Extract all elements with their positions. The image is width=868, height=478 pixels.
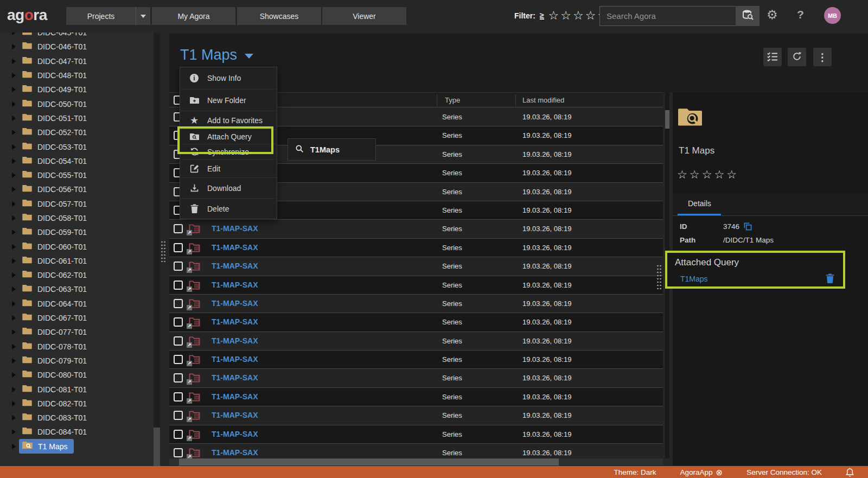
projects-dropdown-button[interactable] (136, 7, 150, 25)
row-checkbox[interactable] (174, 281, 183, 290)
help-icon[interactable]: ? (797, 8, 804, 21)
sidebar-folder-item[interactable]: DIDC-047-T01 (0, 54, 154, 68)
row-checkbox[interactable] (174, 224, 183, 233)
row-checkbox[interactable] (174, 392, 183, 401)
expand-triangle-icon[interactable] (12, 444, 16, 449)
sidebar-folder-item[interactable]: DIDC-048-T01 (0, 68, 154, 82)
sidebar-folder-item[interactable]: DIDC-078-T01 (0, 340, 154, 354)
menu-item-synchronize[interactable]: Synchronize (180, 144, 277, 159)
expand-triangle-icon[interactable] (12, 87, 16, 92)
refresh-button[interactable] (788, 48, 806, 66)
expand-triangle-icon[interactable] (12, 315, 16, 321)
horizontal-scrollbar[interactable] (169, 458, 663, 466)
menu-item-attach-query[interactable]: Attach Query (180, 129, 277, 144)
sidebar-folder-item[interactable]: DIDC-081-T01 (0, 382, 154, 396)
app-status[interactable]: AgoraApp⊗ (680, 468, 723, 476)
row-checkbox[interactable] (174, 373, 183, 383)
sidebar-folder-item[interactable]: DIDC-063-T01 (0, 282, 154, 296)
table-row[interactable]: T1-MAP-SAX Series 19.03.26, 08:19 (169, 444, 663, 458)
sidebar-folder-item[interactable]: DIDC-052-T01 (0, 125, 154, 139)
tab-viewer[interactable]: Viewer (322, 7, 406, 25)
sidebar-folder-item[interactable]: DIDC-080-T01 (0, 368, 154, 382)
expand-triangle-icon[interactable] (12, 187, 16, 192)
table-vertical-scrollbar-thumb[interactable] (665, 110, 669, 129)
expand-triangle-icon[interactable] (12, 173, 16, 178)
row-checkbox[interactable] (174, 411, 183, 420)
delete-query-trash-icon[interactable] (826, 273, 834, 285)
sidebar-folder-item[interactable]: DIDC-079-T01 (0, 354, 154, 368)
expand-triangle-icon[interactable] (12, 372, 16, 378)
search-button[interactable] (736, 6, 760, 26)
series-name-link[interactable]: T1-MAP-SAX (212, 411, 258, 419)
expand-triangle-icon[interactable] (12, 44, 16, 49)
table-row[interactable]: T1-MAP-SAX Series 19.03.26, 08:19 (169, 406, 663, 425)
notifications-bell-icon[interactable] (846, 468, 854, 477)
column-header-last-modified[interactable]: Last modified (522, 96, 564, 104)
expand-triangle-icon[interactable] (12, 73, 16, 78)
expand-triangle-icon[interactable] (12, 101, 16, 107)
expand-triangle-icon[interactable] (12, 387, 16, 392)
sidebar-folder-item[interactable]: DIDC-059-T01 (0, 225, 154, 239)
table-row[interactable]: T1-MAP-SAX Series 19.03.26, 08:19 (169, 332, 663, 350)
expand-triangle-icon[interactable] (12, 329, 16, 335)
attached-query-link[interactable]: T1Maps (680, 275, 708, 283)
series-name-link[interactable]: T1-MAP-SAX (212, 336, 258, 345)
expand-triangle-icon[interactable] (12, 230, 16, 235)
sidebar-folder-item[interactable]: DIDC-077-T01 (0, 325, 154, 339)
search-input[interactable] (599, 6, 736, 26)
expand-triangle-icon[interactable] (12, 33, 16, 35)
series-name-link[interactable]: T1-MAP-SAX (212, 392, 258, 401)
series-name-link[interactable]: T1-MAP-SAX (212, 224, 258, 233)
page-title-dropdown[interactable]: T1 Maps (180, 47, 253, 63)
expand-triangle-icon[interactable] (12, 301, 16, 307)
sidebar-folder-item[interactable]: DIDC-046-T01 (0, 40, 154, 54)
row-checkbox[interactable] (174, 262, 183, 271)
sidebar-folder-item[interactable]: DIDC-055-T01 (0, 168, 154, 182)
expand-triangle-icon[interactable] (12, 144, 16, 150)
tab-my-agora[interactable]: My Agora (152, 7, 235, 25)
settings-gear-icon[interactable]: ⚙ (767, 8, 778, 22)
horizontal-scrollbar-thumb[interactable] (179, 458, 559, 466)
row-checkbox[interactable] (174, 355, 183, 364)
expand-triangle-icon[interactable] (12, 201, 16, 207)
menu-item-delete[interactable]: Delete (180, 198, 277, 219)
tab-projects[interactable]: Projects (66, 7, 136, 25)
sidebar-scrollbar[interactable] (154, 33, 160, 466)
sidebar-folder-item[interactable]: DIDC-067-T01 (0, 311, 154, 325)
row-checkbox[interactable] (174, 430, 183, 439)
table-row[interactable]: T1-MAP-SAX Series 19.03.26, 08:19 (169, 239, 663, 257)
series-name-link[interactable]: T1-MAP-SAX (212, 317, 258, 326)
expand-triangle-icon[interactable] (12, 286, 16, 292)
table-row[interactable]: T1-MAP-SAX Series 19.03.26, 08:19 (169, 425, 663, 444)
menu-item-show-info[interactable]: i Show Info (180, 67, 277, 89)
column-header-type[interactable]: Type (445, 96, 460, 104)
sidebar-folder-item[interactable]: DIDC-084-T01 (0, 425, 154, 439)
table-row[interactable]: T1-MAP-SAX Series 19.03.26, 08:19 (169, 295, 663, 313)
copy-icon[interactable] (744, 222, 752, 231)
sidebar-folder-item[interactable]: DIDC-045-T01 (0, 33, 154, 40)
sidebar-folder-item[interactable]: DIDC-064-T01 (0, 297, 154, 311)
sidebar-folder-item[interactable]: DIDC-083-T01 (0, 411, 154, 425)
multi-select-button[interactable] (763, 48, 782, 66)
table-row[interactable]: T1-MAP-SAX Series 19.03.26, 08:19 (169, 276, 663, 295)
sidebar-scrollbar-thumb[interactable] (154, 428, 160, 466)
expand-triangle-icon[interactable] (12, 116, 16, 121)
expand-triangle-icon[interactable] (12, 429, 16, 435)
series-name-link[interactable]: T1-MAP-SAX (212, 243, 258, 252)
expand-triangle-icon[interactable] (12, 258, 16, 264)
attached-query-flyout[interactable]: T1Maps (288, 138, 376, 161)
series-name-link[interactable]: T1-MAP-SAX (212, 281, 258, 289)
series-name-link[interactable]: T1-MAP-SAX (212, 448, 258, 457)
sidebar-folder-item[interactable]: DIDC-061-T01 (0, 254, 154, 268)
table-row[interactable]: T1-MAP-SAX Series 19.03.26, 08:19 (169, 313, 663, 332)
series-name-link[interactable]: T1-MAP-SAX (212, 299, 258, 308)
tab-showcases[interactable]: Showcases (237, 7, 321, 25)
expand-triangle-icon[interactable] (12, 158, 16, 164)
menu-item-add-to-favorites[interactable]: ★ Add to Favorites (180, 111, 277, 129)
menu-item-new-folder[interactable]: New Folder (180, 89, 277, 111)
expand-triangle-icon[interactable] (12, 272, 16, 278)
more-options-button[interactable]: ⋮ (813, 48, 832, 66)
expand-triangle-icon[interactable] (12, 358, 16, 364)
row-checkbox[interactable] (174, 448, 183, 457)
expand-triangle-icon[interactable] (12, 415, 16, 420)
